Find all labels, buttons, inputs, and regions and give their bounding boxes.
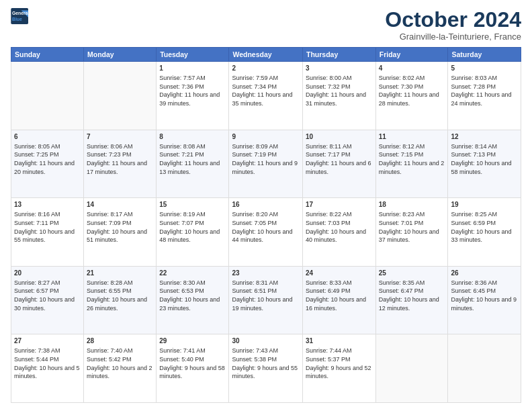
sunrise-time: Sunrise: 8:36 AM xyxy=(451,279,497,286)
calendar-cell: 19Sunrise: 8:25 AMSunset: 6:59 PMDayligh… xyxy=(448,198,521,267)
sunrise-time: Sunrise: 8:09 AM xyxy=(232,143,278,150)
calendar-cell xyxy=(375,334,448,403)
daylight-hours: Daylight: 10 hours and 23 minutes. xyxy=(159,296,220,312)
daylight-hours: Daylight: 10 hours and 12 minutes. xyxy=(379,296,439,312)
day-number: 26 xyxy=(451,269,518,278)
sunrise-time: Sunrise: 7:57 AM xyxy=(159,75,206,81)
sunset-time: Sunset: 7:05 PM xyxy=(232,220,277,226)
sunset-time: Sunset: 7:07 PM xyxy=(159,220,204,226)
day-number: 25 xyxy=(379,269,445,278)
sunset-time: Sunset: 5:37 PM xyxy=(306,356,351,363)
calendar-cell: 30Sunrise: 7:43 AMSunset: 5:38 PMDayligh… xyxy=(229,334,303,403)
sunrise-time: Sunrise: 8:16 AM xyxy=(14,211,60,218)
day-number: 23 xyxy=(232,269,300,278)
sunset-time: Sunset: 7:28 PM xyxy=(451,83,496,90)
sunset-time: Sunset: 6:45 PM xyxy=(451,287,496,294)
calendar-cell: 14Sunrise: 8:17 AMSunset: 7:09 PMDayligh… xyxy=(84,198,157,267)
day-number: 15 xyxy=(159,200,226,210)
sunset-time: Sunset: 7:01 PM xyxy=(379,220,424,226)
week-row-2: 6Sunrise: 8:05 AMSunset: 7:25 PMDaylight… xyxy=(11,130,521,198)
day-number: 4 xyxy=(379,64,445,73)
sunset-time: Sunset: 7:15 PM xyxy=(379,151,424,158)
day-number: 31 xyxy=(306,336,373,346)
daylight-hours: Daylight: 10 hours and 19 minutes. xyxy=(232,296,292,312)
sunset-time: Sunset: 6:59 PM xyxy=(451,220,496,226)
calendar-cell: 9Sunrise: 8:09 AMSunset: 7:19 PMDaylight… xyxy=(229,130,303,198)
day-number: 14 xyxy=(87,200,153,210)
day-header-saturday: Saturday xyxy=(448,48,521,62)
location-subtitle: Grainville-la-Teinturiere, France xyxy=(385,32,521,42)
daylight-hours: Daylight: 11 hours and 24 minutes. xyxy=(451,91,511,107)
sunset-time: Sunset: 7:25 PM xyxy=(14,151,59,158)
calendar-cell xyxy=(11,62,84,130)
sunrise-time: Sunrise: 7:59 AM xyxy=(232,75,278,81)
daylight-hours: Daylight: 10 hours and 37 minutes. xyxy=(379,228,439,244)
sunrise-time: Sunrise: 8:08 AM xyxy=(159,143,206,150)
sunset-time: Sunset: 7:11 PM xyxy=(14,220,59,226)
day-number: 7 xyxy=(87,132,153,142)
day-number: 13 xyxy=(14,200,81,210)
day-number: 16 xyxy=(232,200,300,210)
day-header-sunday: Sunday xyxy=(11,48,84,62)
sunset-time: Sunset: 7:21 PM xyxy=(159,151,204,158)
calendar-cell xyxy=(84,62,157,130)
svg-text:General: General xyxy=(12,11,30,15)
day-number: 5 xyxy=(451,64,518,73)
sunrise-time: Sunrise: 8:19 AM xyxy=(159,211,206,218)
sunset-time: Sunset: 5:42 PM xyxy=(87,356,132,363)
sunset-time: Sunset: 6:49 PM xyxy=(306,287,351,294)
day-number: 21 xyxy=(87,269,153,278)
sunset-time: Sunset: 5:40 PM xyxy=(159,356,204,363)
calendar-cell: 22Sunrise: 8:30 AMSunset: 6:53 PMDayligh… xyxy=(157,266,229,334)
sunrise-time: Sunrise: 7:43 AM xyxy=(232,347,278,354)
sunset-time: Sunset: 7:09 PM xyxy=(87,220,132,226)
calendar-cell: 27Sunrise: 7:38 AMSunset: 5:44 PMDayligh… xyxy=(11,334,84,403)
daylight-hours: Daylight: 11 hours and 39 minutes. xyxy=(159,91,220,107)
title-area: October 2024 Grainville-la-Teinturiere, … xyxy=(385,8,521,42)
sunrise-time: Sunrise: 8:00 AM xyxy=(306,75,352,81)
daylight-hours: Daylight: 11 hours and 6 minutes. xyxy=(306,160,371,175)
calendar-cell: 10Sunrise: 8:11 AMSunset: 7:17 PMDayligh… xyxy=(303,130,376,198)
sunset-time: Sunset: 6:47 PM xyxy=(379,287,424,294)
daylight-hours: Daylight: 9 hours and 52 minutes. xyxy=(306,365,371,380)
sunset-time: Sunset: 7:23 PM xyxy=(87,151,132,158)
day-number: 10 xyxy=(306,132,373,142)
daylight-hours: Daylight: 10 hours and 44 minutes. xyxy=(232,228,292,244)
day-number: 6 xyxy=(14,132,81,142)
day-number: 18 xyxy=(379,200,445,210)
day-header-thursday: Thursday xyxy=(303,48,376,62)
daylight-hours: Daylight: 10 hours and 51 minutes. xyxy=(87,228,147,244)
day-number: 20 xyxy=(14,269,81,278)
sunrise-time: Sunrise: 7:38 AM xyxy=(14,347,60,354)
sunrise-time: Sunrise: 8:28 AM xyxy=(87,279,133,286)
calendar-cell: 26Sunrise: 8:36 AMSunset: 6:45 PMDayligh… xyxy=(448,266,521,334)
daylight-hours: Daylight: 11 hours and 9 minutes. xyxy=(232,160,298,175)
day-number: 3 xyxy=(306,64,373,73)
daylight-hours: Daylight: 10 hours and 5 minutes. xyxy=(14,365,80,380)
daylight-hours: Daylight: 10 hours and 55 minutes. xyxy=(14,228,75,244)
sunrise-time: Sunrise: 8:02 AM xyxy=(379,75,425,81)
daylight-hours: Daylight: 10 hours and 16 minutes. xyxy=(306,296,366,312)
sunrise-time: Sunrise: 7:44 AM xyxy=(306,347,352,354)
calendar-cell: 17Sunrise: 8:22 AMSunset: 7:03 PMDayligh… xyxy=(303,198,376,267)
sunrise-time: Sunrise: 8:14 AM xyxy=(451,143,497,150)
day-header-wednesday: Wednesday xyxy=(229,48,303,62)
calendar-cell: 12Sunrise: 8:14 AMSunset: 7:13 PMDayligh… xyxy=(448,130,521,198)
day-number: 29 xyxy=(159,336,226,346)
sunrise-time: Sunrise: 8:11 AM xyxy=(306,143,352,150)
calendar-cell: 20Sunrise: 8:27 AMSunset: 6:57 PMDayligh… xyxy=(11,266,84,334)
week-row-3: 13Sunrise: 8:16 AMSunset: 7:11 PMDayligh… xyxy=(11,198,521,267)
sunrise-time: Sunrise: 8:27 AM xyxy=(14,279,60,286)
calendar-cell: 2Sunrise: 7:59 AMSunset: 7:34 PMDaylight… xyxy=(229,62,303,130)
calendar-cell: 4Sunrise: 8:02 AMSunset: 7:30 PMDaylight… xyxy=(375,62,448,130)
sunrise-time: Sunrise: 8:25 AM xyxy=(451,211,497,218)
logo-icon: General Blue xyxy=(11,8,30,24)
sunrise-time: Sunrise: 7:41 AM xyxy=(159,347,206,354)
calendar-cell: 25Sunrise: 8:35 AMSunset: 6:47 PMDayligh… xyxy=(375,266,448,334)
daylight-hours: Daylight: 9 hours and 55 minutes. xyxy=(232,365,298,380)
sunset-time: Sunset: 5:44 PM xyxy=(14,356,59,363)
day-header-friday: Friday xyxy=(375,48,448,62)
calendar-cell: 29Sunrise: 7:41 AMSunset: 5:40 PMDayligh… xyxy=(157,334,229,403)
calendar-cell: 15Sunrise: 8:19 AMSunset: 7:07 PMDayligh… xyxy=(157,198,229,267)
daylight-hours: Daylight: 10 hours and 2 minutes. xyxy=(87,365,152,380)
